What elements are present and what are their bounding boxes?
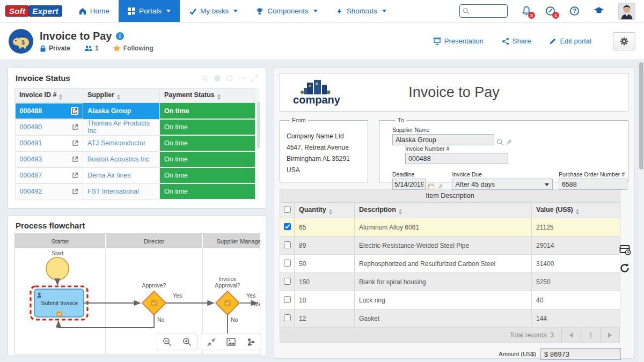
zoom-out-button[interactable] xyxy=(157,334,177,350)
svg-text:company: company xyxy=(293,94,341,106)
table-row[interactable]: 000490 Thomas Air Products Inc On time xyxy=(15,119,255,135)
nav-home[interactable]: Home xyxy=(70,0,119,22)
user-avatar[interactable] xyxy=(618,3,635,20)
purchase-order-field[interactable] xyxy=(559,179,627,190)
col-payment-status[interactable]: Payment Status xyxy=(160,88,255,103)
table-row[interactable]: 000491 ATJ Semiconductor On time xyxy=(15,135,255,151)
nav-utilities: 3 1 ? xyxy=(459,0,644,22)
expand-icon[interactable] xyxy=(251,75,258,82)
nav-my-tasks[interactable]: My tasks xyxy=(180,0,247,22)
next-page-button[interactable] xyxy=(600,328,619,343)
nav-components-label: Components xyxy=(267,7,309,15)
col-description[interactable]: Description xyxy=(355,203,532,218)
clear-field-icon[interactable] xyxy=(506,138,513,145)
invoice-due-select[interactable]: After 45 days xyxy=(452,179,553,190)
start-event[interactable] xyxy=(46,257,69,280)
share-button[interactable]: Share xyxy=(502,37,531,45)
prev-page-button[interactable] xyxy=(561,328,581,343)
row-checkbox[interactable] xyxy=(284,260,291,267)
invoice-number-field[interactable] xyxy=(405,153,508,164)
item-row[interactable]: 89Electric-Resistance-Welded Steel Pipe2… xyxy=(280,237,620,255)
row-checkbox[interactable] xyxy=(284,296,291,303)
col-invoice-id[interactable]: Invoice ID # xyxy=(15,88,83,103)
pending-tasks-button[interactable]: 1 xyxy=(545,6,555,16)
share-label: Share xyxy=(513,37,531,45)
star-icon xyxy=(113,45,121,52)
following-toggle[interactable]: Following xyxy=(113,45,153,52)
softexpert-logo[interactable]: Soft Expert xyxy=(0,0,70,22)
item-row[interactable]: 50Rephosphorized and Resulfurized Carbon… xyxy=(280,255,620,273)
current-page[interactable]: 1 xyxy=(581,328,600,343)
open-record-icon[interactable] xyxy=(72,140,78,146)
open-record-icon[interactable] xyxy=(72,172,78,179)
amount-field[interactable] xyxy=(540,348,621,360)
zoom-in-button[interactable] xyxy=(177,334,197,350)
table-row[interactable]: 000492 FST International On time xyxy=(15,183,255,200)
info-icon[interactable] xyxy=(214,75,221,82)
global-search[interactable] xyxy=(459,4,508,18)
col-supplier[interactable]: Supplier xyxy=(83,88,160,103)
gateway2-label-line1: Invoice xyxy=(218,276,236,282)
table-row[interactable]: 000488 Alaska Group On time xyxy=(15,103,255,120)
col-value[interactable]: Value (US$) xyxy=(532,203,620,218)
learning-button[interactable] xyxy=(594,6,604,16)
row-checkbox[interactable] xyxy=(284,241,291,248)
row-checkbox[interactable] xyxy=(284,314,291,321)
portal-settings-button[interactable] xyxy=(613,32,635,50)
select-all-checkbox[interactable] xyxy=(284,206,291,213)
open-record-icon[interactable] xyxy=(72,188,78,195)
col-quantity[interactable]: Quantity xyxy=(295,203,355,218)
to-fieldset: To Supplier Name Invoice Number # xyxy=(379,117,628,182)
avatar-photo xyxy=(619,3,635,19)
row-checkbox[interactable] xyxy=(284,223,291,230)
scrollbar-thumb[interactable] xyxy=(639,62,643,169)
open-record-icon[interactable] xyxy=(72,156,78,162)
refresh-icon[interactable] xyxy=(226,75,233,82)
deadline-field[interactable] xyxy=(392,179,426,190)
item-row[interactable]: 10Lock ring40 xyxy=(280,291,620,309)
sort-icon xyxy=(399,209,402,215)
open-record-icon[interactable] xyxy=(72,124,78,130)
row-checkbox[interactable] xyxy=(284,278,291,285)
history-table-button[interactable] xyxy=(619,245,631,257)
lookup-icon[interactable] xyxy=(496,138,503,145)
info-icon[interactable] xyxy=(116,32,124,40)
nav-shortcuts-label: Shortcuts xyxy=(347,7,377,15)
notifications-button[interactable]: 3 xyxy=(522,6,531,16)
search-icon[interactable] xyxy=(201,75,209,82)
edit-portal-button[interactable]: Edit portal xyxy=(549,37,591,45)
share-icon xyxy=(502,38,509,45)
supplier-name-field[interactable] xyxy=(392,134,494,145)
chevron-down-icon xyxy=(382,10,386,12)
item-row[interactable]: 65Aluminum Alloy 606121125 xyxy=(280,218,620,237)
help-button[interactable]: ? xyxy=(569,6,580,16)
nav-portals[interactable]: Portals xyxy=(119,0,180,22)
no1-label: No xyxy=(157,316,165,323)
open-record-icon[interactable] xyxy=(71,107,78,115)
task-label: Submit Invoice xyxy=(41,300,78,306)
item-row[interactable]: 150Blank for spiral housing5250 xyxy=(280,273,620,291)
diagram-view-button[interactable] xyxy=(241,334,261,350)
search-input[interactable] xyxy=(472,8,504,15)
refresh-button[interactable] xyxy=(619,263,631,276)
edit-portal-label: Edit portal xyxy=(560,37,591,45)
nav-shortcuts[interactable]: Shortcuts xyxy=(327,0,396,22)
export-image-button[interactable] xyxy=(221,334,241,350)
table-scrollbar[interactable] xyxy=(256,88,259,200)
calendar-icon[interactable] xyxy=(428,183,435,190)
item-row[interactable]: 12Gasket144 xyxy=(280,309,620,328)
sort-icon xyxy=(59,94,62,100)
clear-field-icon[interactable] xyxy=(437,183,444,190)
more-options-icon[interactable] xyxy=(238,75,246,82)
table-row[interactable]: 000493 Boston Acoustics Inc On time xyxy=(15,151,255,167)
fit-to-screen-button[interactable] xyxy=(201,334,221,350)
page-scrollbar[interactable] xyxy=(638,61,644,362)
presentation-label: Presentation xyxy=(444,37,484,45)
followers-count[interactable]: 1 xyxy=(84,45,99,52)
presentation-button[interactable]: Presentation xyxy=(433,37,484,45)
sort-icon xyxy=(576,209,579,215)
help-icon: ? xyxy=(569,6,580,16)
nav-components[interactable]: Components xyxy=(247,0,327,22)
table-row[interactable]: 000487 Dema Air lines On time xyxy=(15,167,255,183)
item-table-footer: Total records: 3 1 xyxy=(280,328,620,343)
